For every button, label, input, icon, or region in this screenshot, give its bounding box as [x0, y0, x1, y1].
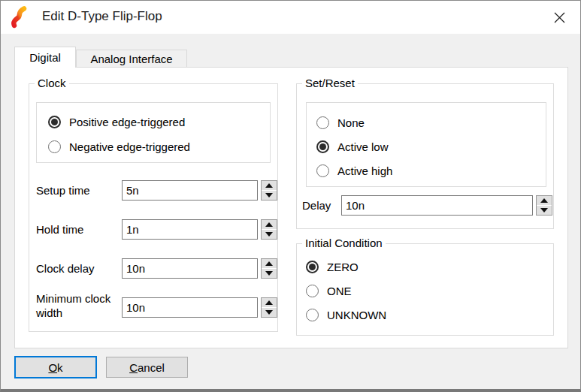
- app-logo-icon: [10, 6, 29, 29]
- clock-delay-label: Clock delay: [36, 261, 95, 276]
- spin-down-button[interactable]: [537, 206, 552, 215]
- arrow-up-icon: [265, 261, 273, 266]
- delay-spinner: [536, 195, 552, 216]
- hold-time-label: Hold time: [36, 222, 83, 237]
- window-title: Edit D-Type Flip-Flop: [42, 9, 162, 24]
- ok-button-mnemonic: O: [48, 361, 57, 374]
- set-reset-group-title: Set/Reset: [302, 77, 358, 89]
- cancel-button-mnemonic: C: [129, 361, 138, 374]
- arrow-down-icon: [265, 271, 273, 276]
- arrow-down-icon: [265, 193, 273, 198]
- hold-time-input[interactable]: [122, 219, 258, 240]
- setup-time-label: Setup time: [36, 183, 90, 198]
- delay-label: Delay: [302, 198, 331, 213]
- spin-up-button[interactable]: [262, 181, 277, 191]
- setup-time-spinner: [261, 180, 277, 201]
- initial-condition-group-title: Initial Condition: [302, 237, 386, 249]
- radio-label: None: [337, 116, 365, 129]
- titlebar: Edit D-Type Flip-Flop: [1, 1, 580, 34]
- radio-label: Active high: [337, 164, 392, 177]
- tab-analog-interface-label: Analog Interface: [90, 53, 172, 65]
- minimum-clock-width-input[interactable]: [122, 297, 258, 318]
- spin-down-button[interactable]: [262, 191, 277, 200]
- radio-active-low[interactable]: Active low: [316, 139, 389, 154]
- arrow-down-icon: [265, 232, 273, 237]
- radio-button-icon: [316, 140, 329, 153]
- arrow-up-icon: [265, 222, 273, 227]
- tab-analog-interface[interactable]: Analog Interface: [76, 50, 187, 68]
- minimum-clock-width-label: Minimum clock width: [36, 291, 119, 320]
- radio-button-icon: [316, 116, 329, 129]
- arrow-up-icon: [265, 300, 273, 305]
- dialog-window: Edit D-Type Flip-Flop Digital Analog Int…: [0, 0, 581, 392]
- radio-label: UNKNOWN: [327, 309, 386, 321]
- cancel-button-label: ancel: [138, 361, 165, 374]
- close-icon: [554, 12, 565, 23]
- radio-one[interactable]: ONE: [306, 283, 352, 298]
- radio-positive-edge-triggered[interactable]: Positive edge-triggered: [48, 114, 185, 129]
- hold-time-spinner: [261, 219, 277, 240]
- clock-delay-spinner: [261, 258, 277, 279]
- arrow-up-icon: [265, 183, 273, 188]
- radio-active-high[interactable]: Active high: [316, 163, 392, 178]
- radio-button-icon: [306, 309, 319, 321]
- spin-down-button[interactable]: [262, 269, 277, 278]
- radio-label: Active low: [337, 140, 389, 153]
- radio-button-icon: [316, 164, 329, 177]
- radio-none[interactable]: None: [316, 115, 365, 130]
- clock-group-title: Clock: [35, 77, 69, 89]
- spin-down-button[interactable]: [262, 308, 277, 317]
- clock-delay-input[interactable]: [122, 258, 258, 279]
- radio-zero[interactable]: ZERO: [306, 259, 359, 274]
- spin-up-button[interactable]: [262, 259, 277, 269]
- tab-digital-label: Digital: [29, 51, 61, 64]
- spin-down-button[interactable]: [262, 230, 277, 239]
- tab-digital[interactable]: Digital: [14, 47, 76, 68]
- radio-label: Negative edge-triggered: [69, 140, 190, 153]
- arrow-down-icon: [540, 208, 548, 213]
- radio-label: ZERO: [327, 261, 359, 273]
- spin-up-button[interactable]: [262, 298, 277, 308]
- radio-unknown[interactable]: UNKNOWN: [306, 307, 386, 322]
- radio-button-icon: [306, 285, 319, 297]
- radio-button-icon: [48, 116, 61, 128]
- delay-input[interactable]: [341, 195, 533, 216]
- radio-button-icon: [306, 261, 319, 273]
- setup-time-input[interactable]: [122, 180, 258, 201]
- digital-tab-pane: Clock Positive edge-triggered Negative e…: [14, 67, 568, 348]
- spin-up-button[interactable]: [537, 196, 552, 206]
- radio-label: ONE: [327, 285, 352, 297]
- ok-button-label: k: [57, 361, 63, 374]
- ok-button[interactable]: Ok: [14, 356, 97, 378]
- arrow-up-icon: [540, 198, 548, 203]
- spin-up-button[interactable]: [262, 220, 277, 230]
- radio-label: Positive edge-triggered: [69, 116, 185, 128]
- cancel-button[interactable]: Cancel: [106, 357, 188, 378]
- arrow-down-icon: [265, 310, 273, 315]
- minimum-clock-width-spinner: [261, 297, 277, 318]
- close-button[interactable]: [544, 4, 574, 31]
- radio-button-icon: [48, 140, 61, 153]
- radio-negative-edge-triggered[interactable]: Negative edge-triggered: [48, 139, 190, 154]
